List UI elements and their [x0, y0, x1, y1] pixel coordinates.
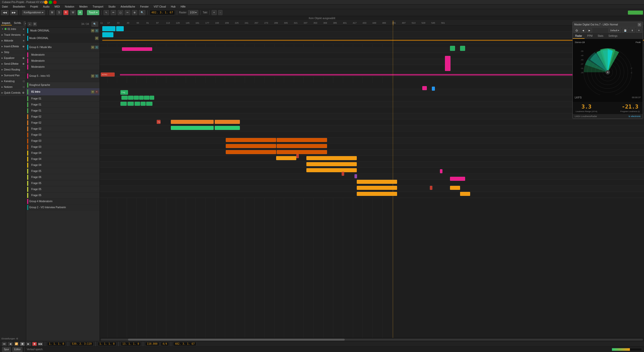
plugin-reset[interactable]: ✕: [636, 28, 642, 33]
einstellungen-row[interactable]: Einstellungen ⚙: [0, 336, 26, 341]
inspector-section-quick-controls[interactable]: ▶ Quick Controls ⚙: [0, 90, 26, 96]
clip[interactable]: [277, 150, 327, 154]
inspector-section-akkorde[interactable]: ▶ Akkorde ≡: [0, 38, 26, 44]
track-row[interactable]: Frage 03: [26, 132, 100, 138]
track-row[interactable]: Frage 05: [26, 168, 100, 174]
track-row[interactable]: Moderatorin: [26, 52, 100, 58]
akkorde-header[interactable]: ▶ Akkorde ≡: [0, 38, 26, 43]
plugin-titlebar[interactable]: Master Digital Out Ins.7 - LM2n Normal ✕: [573, 22, 643, 27]
transport-forward[interactable]: ▶▶: [38, 342, 43, 346]
clip[interactable]: INTRO: [101, 73, 115, 77]
inspector-section-surround-pan[interactable]: ▶ Surround Pan: [0, 73, 26, 78]
track-row[interactable]: Frage 02: [26, 126, 100, 132]
touch-mode-button[interactable]: Touch ▾: [87, 10, 99, 15]
clip[interactable]: [215, 126, 240, 130]
menu-medien[interactable]: Medien: [78, 5, 89, 8]
toolbar-forward[interactable]: ▶▶: [10, 10, 18, 15]
tool-split[interactable]: ✂: [125, 10, 130, 15]
mute-button[interactable]: M: [91, 46, 94, 49]
inspector-add[interactable]: +: [24, 21, 26, 25]
clip[interactable]: [460, 46, 465, 51]
maximize-button[interactable]: [49, 1, 52, 4]
track-row[interactable]: Musik ORIGINAL M S: [26, 28, 100, 34]
menu-projekt[interactable]: Projekt: [29, 5, 39, 8]
raster-dropdown[interactable]: 1/16 ▾: [188, 10, 198, 15]
plugin-close-button[interactable]: ✕: [638, 23, 641, 26]
toolbar-w[interactable]: W: [70, 10, 76, 15]
clip[interactable]: [171, 120, 214, 124]
clip[interactable]: [445, 56, 450, 71]
transport-loop[interactable]: 🔁: [14, 342, 19, 346]
mute-button[interactable]: M: [91, 29, 94, 32]
toolbar-a[interactable]: A: [78, 10, 83, 15]
clip[interactable]: Frag: [157, 120, 160, 124]
notizen-header[interactable]: ▶ Notizen □: [0, 84, 26, 90]
clip[interactable]: [116, 26, 124, 31]
menu-studio[interactable]: Studio: [107, 5, 116, 8]
zoom-in[interactable]: +: [212, 10, 217, 15]
menu-midi[interactable]: MIDI: [53, 5, 61, 8]
clip[interactable]: [226, 144, 276, 148]
config-button[interactable]: Konfigurationen ▾: [22, 10, 45, 15]
menu-fenster[interactable]: Fenster: [139, 5, 150, 8]
horizontal-scrollbar[interactable]: [100, 338, 644, 341]
transport-prev[interactable]: ◀: [8, 342, 13, 346]
clip[interactable]: [450, 186, 460, 190]
track-row[interactable]: Frage 01: [26, 108, 100, 114]
tab-stats[interactable]: Stats: [595, 33, 606, 39]
track-row[interactable]: Frage 05: [26, 186, 100, 192]
menu-datei[interactable]: Datei: [1, 5, 9, 8]
clip[interactable]: [134, 96, 139, 100]
solo-button[interactable]: S: [95, 74, 99, 78]
tracks-canvas[interactable]: INTRO Frag Frag: [100, 26, 644, 338]
track-row[interactable]: Frage 05: [26, 180, 100, 186]
mute-button[interactable]: M: [95, 37, 99, 40]
clip[interactable]: [306, 162, 357, 166]
track-row[interactable]: Frage 01: [26, 96, 100, 102]
plugin-power[interactable]: ⏻: [574, 28, 579, 33]
clip[interactable]: [226, 150, 276, 154]
clip[interactable]: [357, 186, 397, 190]
clip[interactable]: [150, 96, 154, 100]
toolbar-back[interactable]: ◀◀: [1, 10, 9, 15]
menu-vst-cloud[interactable]: VST Cloud: [153, 5, 167, 8]
track-row[interactable]: Group 4 Moderatorin: [26, 198, 100, 204]
scrollbar-thumb[interactable]: [128, 339, 345, 341]
inspector-section-intro[interactable]: ▼ 01 Intro ≡: [0, 26, 26, 32]
plugin-default[interactable]: Default ▾: [608, 28, 621, 33]
tool-erase[interactable]: ◻: [118, 10, 123, 15]
clip[interactable]: [450, 46, 455, 51]
intro-header[interactable]: ▼ 01 Intro ≡: [0, 26, 26, 32]
clip[interactable]: [135, 102, 140, 106]
strip-header[interactable]: ▶ Strip: [0, 49, 26, 55]
clip[interactable]: [276, 156, 296, 160]
toolbar-m[interactable]: M: [49, 10, 55, 15]
track-search-button[interactable]: 🔍: [91, 22, 98, 27]
inspector-section-track-versions[interactable]: ▶ Track Versions ≡: [0, 32, 26, 38]
track-row[interactable]: Group 5 - Intro VO M S: [26, 70, 100, 82]
track-row[interactable]: Musik ORIGINAL M: [26, 34, 100, 43]
spur-tab[interactable]: Spur: [2, 347, 11, 352]
menu-transport[interactable]: Transport: [92, 5, 104, 8]
track-row[interactable]: Moderatorin: [26, 64, 100, 70]
track-row[interactable]: Frage 05: [26, 192, 100, 198]
track-row[interactable]: Frage 03: [26, 144, 100, 150]
tab-radar[interactable]: Radar: [573, 33, 585, 39]
inspector-section-strip[interactable]: ▶ Strip: [0, 49, 26, 55]
clip[interactable]: [277, 138, 327, 142]
transport-record[interactable]: ⏺: [32, 342, 37, 346]
track-row[interactable]: Frage 03: [26, 138, 100, 144]
mute-button[interactable]: M: [91, 90, 94, 94]
tool-glue[interactable]: ⊕: [132, 10, 137, 15]
menu-hub[interactable]: Hub: [170, 5, 176, 8]
tool-draw[interactable]: ✏: [111, 10, 116, 15]
transport-rewind[interactable]: ⏮: [2, 342, 7, 346]
clip[interactable]: Frag: [120, 90, 128, 95]
equalizer-header[interactable]: ▶ Equalizer ⊕: [0, 55, 26, 61]
transport-stop[interactable]: ⏹: [20, 342, 25, 346]
clip[interactable]: [120, 102, 127, 106]
clip[interactable]: [422, 86, 427, 90]
track-row[interactable]: Frage 04: [26, 162, 100, 168]
inspector-section-kanalzug[interactable]: ▶ Kanalzug □: [0, 78, 26, 84]
menu-notation[interactable]: Notation: [64, 5, 75, 8]
